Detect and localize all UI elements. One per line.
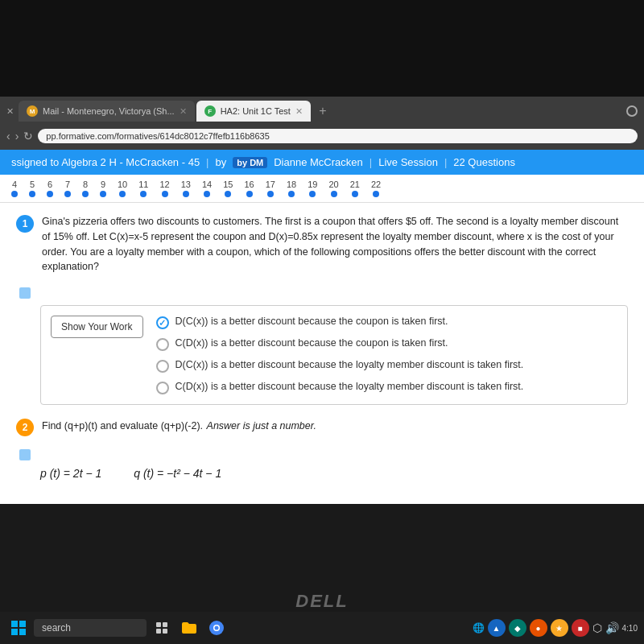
q-dot-11 bbox=[140, 191, 147, 197]
sys-icon-5[interactable]: ■ bbox=[572, 619, 589, 637]
windows-start-button[interactable] bbox=[6, 616, 31, 640]
browser-chrome: ✕ M Mail - Montenegro, Victorya (Sh... ✕… bbox=[0, 97, 644, 150]
q-formula: q (t) = −t² − 4t − 1 bbox=[134, 467, 221, 480]
main-content: 1 Gina's pizzeria offers two discounts t… bbox=[0, 203, 644, 504]
dell-logo: DELL bbox=[295, 591, 348, 612]
header-bar: ssigned to Algebra 2 H - McCracken - 45 … bbox=[0, 150, 644, 175]
question-2-block: 2 Find (q+p)(t) and evaluate (q+p)(-2). … bbox=[16, 418, 628, 480]
task-view-icon[interactable] bbox=[150, 616, 174, 640]
by-label: by bbox=[216, 156, 227, 168]
q-dot-9 bbox=[100, 191, 106, 197]
top-dark-area bbox=[0, 0, 644, 97]
q-num-14[interactable]: 14 bbox=[202, 180, 212, 197]
address-bar-row: ‹ › ↻ pp.formative.com/formatives/614dc8… bbox=[0, 122, 644, 150]
separator1: | bbox=[206, 156, 208, 168]
radio-C[interactable] bbox=[156, 360, 169, 373]
q-num-15[interactable]: 15 bbox=[223, 180, 233, 197]
q-dot-4 bbox=[11, 191, 18, 197]
q-num-20[interactable]: 20 bbox=[329, 180, 339, 197]
q-num-12[interactable]: 12 bbox=[160, 180, 170, 197]
volume-icon[interactable]: 🔊 bbox=[605, 621, 619, 634]
q-numbers-list: 4 5 6 7 8 9 10 11 12 13 14 15 16 17 18 1… bbox=[11, 180, 381, 197]
q-num-11[interactable]: 11 bbox=[138, 180, 148, 197]
q-dot-12 bbox=[162, 191, 168, 197]
question-2-badge: 2 bbox=[16, 419, 34, 436]
q-num-9[interactable]: 9 bbox=[100, 180, 106, 197]
q-dot-6 bbox=[47, 191, 53, 197]
q-num-6[interactable]: 6 bbox=[47, 180, 53, 197]
network-icon: 🌐 bbox=[473, 622, 485, 634]
tab-formative[interactable]: F HA2: Unit 1C Test ✕ bbox=[196, 101, 311, 122]
tab-mail-close[interactable]: ✕ bbox=[180, 106, 187, 117]
back-button[interactable]: ‹ bbox=[6, 130, 10, 142]
attachment-icon-2 bbox=[19, 449, 31, 460]
q-num-4[interactable]: 4 bbox=[11, 180, 18, 197]
q-num-17[interactable]: 17 bbox=[266, 180, 275, 197]
q-num-21[interactable]: 21 bbox=[350, 180, 360, 197]
teacher-name: Dianne McCracken bbox=[274, 156, 363, 168]
address-text: pp.formative.com/formatives/614dc8012c7f… bbox=[46, 131, 269, 141]
q-dot-7 bbox=[64, 191, 71, 197]
mail-icon: M bbox=[27, 105, 38, 117]
tab-formative-close[interactable]: ✕ bbox=[295, 106, 303, 117]
close-icon[interactable]: ✕ bbox=[6, 106, 14, 117]
forward-button[interactable]: › bbox=[15, 130, 19, 142]
option-A[interactable]: D(C(x)) is a better discount because the… bbox=[156, 316, 618, 329]
tab-mail[interactable]: M Mail - Montenegro, Victorya (Sh... ✕ bbox=[19, 101, 195, 122]
dm-badge: by DM bbox=[233, 157, 267, 168]
q-dot-10 bbox=[119, 191, 126, 197]
browser-menu-icon[interactable] bbox=[626, 105, 638, 117]
tab-bar: ✕ M Mail - Montenegro, Victorya (Sh... ✕… bbox=[0, 97, 644, 122]
file-explorer-icon[interactable] bbox=[177, 616, 201, 640]
option-C-text: D(C(x)) is a better discount because the… bbox=[175, 359, 524, 370]
sys-icon-1[interactable]: ▲ bbox=[488, 619, 506, 637]
q-dot-19 bbox=[309, 191, 316, 197]
option-D[interactable]: C(D(x)) is a better discount because the… bbox=[156, 381, 618, 394]
attachment-icon bbox=[19, 287, 31, 299]
tab-formative-label: HA2: Unit 1C Test bbox=[221, 106, 291, 116]
q-dot-13 bbox=[183, 191, 189, 197]
show-your-work-button[interactable]: Show Your Work bbox=[51, 316, 143, 338]
q-dot-8 bbox=[82, 191, 89, 197]
taskbar-search-input[interactable] bbox=[34, 619, 147, 637]
address-bar[interactable]: pp.formative.com/formatives/614dc8012c7f… bbox=[38, 129, 638, 143]
q-dot-16 bbox=[246, 191, 253, 197]
formative-icon: F bbox=[204, 105, 216, 117]
option-B[interactable]: C(D(x)) is a better discount because the… bbox=[156, 337, 618, 351]
refresh-button[interactable]: ↻ bbox=[23, 130, 33, 142]
chrome-icon[interactable] bbox=[204, 616, 229, 640]
radio-D[interactable] bbox=[156, 382, 169, 394]
sys-icon-2[interactable]: ◆ bbox=[509, 619, 526, 637]
windows-logo bbox=[11, 621, 26, 635]
separator3: | bbox=[444, 156, 447, 168]
q-num-7[interactable]: 7 bbox=[64, 180, 71, 197]
question-1-block: 1 Gina's pizzeria offers two discounts t… bbox=[16, 214, 628, 405]
radio-B[interactable] bbox=[156, 338, 169, 351]
q-dot-20 bbox=[331, 191, 337, 197]
radio-A[interactable] bbox=[156, 316, 169, 329]
page-content: ssigned to Algebra 2 H - McCracken - 45 … bbox=[0, 150, 644, 504]
p-formula: p (t) = 2t − 1 bbox=[40, 467, 101, 480]
q-dot-14 bbox=[204, 191, 210, 197]
q-num-19[interactable]: 19 bbox=[308, 180, 317, 197]
q-num-22[interactable]: 22 bbox=[371, 180, 381, 197]
q-num-10[interactable]: 10 bbox=[118, 180, 127, 197]
answer-area-inner: Show Your Work D(C(x)) is a better disco… bbox=[51, 316, 617, 394]
q-dot-17 bbox=[267, 191, 274, 197]
option-D-text: C(D(x)) is a better discount because the… bbox=[175, 381, 524, 392]
system-tray: 🌐 ▲ ◆ ● ★ ■ ⬡ 🔊 4:10 bbox=[473, 619, 638, 637]
taskbar-time: 4:10 bbox=[622, 624, 638, 633]
option-C[interactable]: D(C(x)) is a better discount because the… bbox=[156, 359, 618, 373]
sys-icon-3[interactable]: ● bbox=[530, 619, 547, 637]
q-num-5[interactable]: 5 bbox=[29, 180, 35, 197]
q-num-18[interactable]: 18 bbox=[287, 180, 296, 197]
q-num-16[interactable]: 16 bbox=[245, 180, 254, 197]
option-B-text: C(D(x)) is a better discount because the… bbox=[175, 337, 448, 349]
new-tab-button[interactable]: + bbox=[312, 101, 333, 122]
q-dot-18 bbox=[288, 191, 295, 197]
question-1-badge: 1 bbox=[16, 215, 34, 233]
tab-mail-label: Mail - Montenegro, Victorya (Sh... bbox=[43, 106, 175, 116]
sys-icon-4[interactable]: ★ bbox=[551, 619, 568, 637]
q-num-13[interactable]: 13 bbox=[181, 180, 191, 197]
q-num-8[interactable]: 8 bbox=[82, 180, 89, 197]
